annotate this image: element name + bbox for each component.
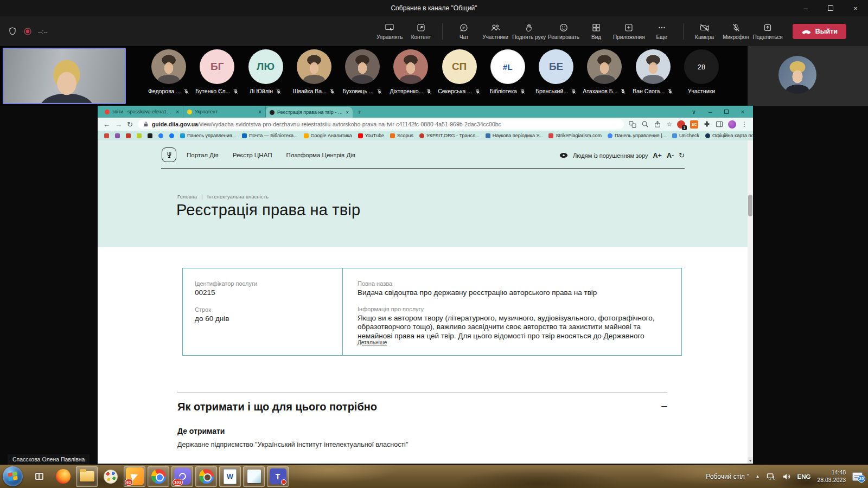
- bookmark-item[interactable]: YouTube: [358, 133, 384, 138]
- tab-close-icon[interactable]: ×: [176, 109, 179, 115]
- clock[interactable]: 14:48 28.03.2023: [817, 469, 846, 483]
- browser-profile-avatar[interactable]: [728, 120, 736, 129]
- bookmark-item[interactable]: Наукова періодика У...: [486, 133, 543, 138]
- nav-platforma-centriv[interactable]: Платформа Центрів Дія: [286, 152, 355, 158]
- bookmark-item[interactable]: УКРЛІТ.ORG - Трансл...: [419, 133, 480, 138]
- browser-tab-ukrpatent[interactable]: Укрпатент ×: [183, 106, 266, 118]
- tab-close-icon[interactable]: ×: [258, 109, 261, 115]
- view-button[interactable]: Вид: [582, 23, 611, 40]
- bookmark-item[interactable]: Панель управления...: [180, 133, 236, 138]
- participant-tile[interactable]: Швайка Ва...: [291, 49, 337, 106]
- viber-button[interactable]: 103: [171, 466, 193, 487]
- hidden-icons-arrow[interactable]: ▲: [756, 474, 760, 479]
- url-field[interactable]: guide.diia.gov.ua/view/vydacha-svidotstv…: [138, 119, 624, 129]
- chrome-profile1-button[interactable]: [148, 466, 169, 487]
- reload-button[interactable]: ↻: [127, 120, 133, 129]
- participant-tile[interactable]: Буховець ...: [339, 49, 386, 106]
- bookmark-item[interactable]: Unicheck: [672, 133, 699, 138]
- leave-button[interactable]: Выйти: [793, 24, 846, 39]
- maximize-button[interactable]: [818, 0, 843, 16]
- breadcrumb-section[interactable]: Інтелектуальна власність: [207, 194, 269, 200]
- tab-close-icon[interactable]: ×: [346, 110, 349, 115]
- collapse-section-button[interactable]: −: [661, 400, 668, 414]
- browser-tab-diia-active[interactable]: Реєстрація права на твір - Гід онл... ×: [266, 107, 353, 118]
- content-button[interactable]: Контент: [406, 23, 436, 40]
- participant-tile[interactable]: Федорова ...: [145, 49, 192, 106]
- chat-button[interactable]: Чат: [449, 23, 478, 40]
- firefox-button[interactable]: [52, 466, 74, 487]
- forward-button[interactable]: →: [115, 120, 122, 129]
- bookmark-item[interactable]: Почта — Бібліотека...: [242, 133, 297, 138]
- adblock-extension-icon[interactable]: 1: [677, 120, 685, 129]
- bookmark-item[interactable]: Scopus: [390, 133, 413, 138]
- presenter-avatar[interactable]: [778, 56, 816, 94]
- browser-menu-icon[interactable]: ⋮: [741, 120, 748, 128]
- mic-button[interactable]: Микрофон: [722, 23, 751, 40]
- overflow-count-tile[interactable]: 28 Участники: [678, 49, 725, 106]
- bookmark-favicon[interactable]: [115, 133, 120, 138]
- participant-tile[interactable]: БЕ Брянський...: [533, 49, 579, 106]
- participant-tile[interactable]: Атаханов Б...: [581, 49, 628, 106]
- participant-tile[interactable]: #L Бібліотека: [484, 49, 531, 106]
- telegram-button[interactable]: 61: [124, 466, 145, 487]
- close-button[interactable]: ×: [843, 0, 868, 16]
- desktop-expand-icon[interactable]: »: [746, 472, 749, 477]
- bookmark-item[interactable]: StrikePlagiarism.com: [548, 133, 602, 138]
- speaker-video[interactable]: [3, 48, 126, 104]
- extensions-puzzle-icon[interactable]: [703, 120, 711, 128]
- bookmark-item[interactable]: Панель управления |...: [608, 133, 666, 138]
- bookmark-favicon[interactable]: [137, 133, 142, 138]
- bookmark-favicon[interactable]: [158, 133, 163, 138]
- bookmark-item[interactable]: Google Аналитика: [304, 133, 352, 138]
- bookmark-favicon[interactable]: [126, 133, 131, 138]
- chrome-profile2-button[interactable]: [195, 466, 217, 487]
- nav-reestr-cnap[interactable]: Реєстр ЦНАП: [233, 152, 272, 158]
- word-button[interactable]: W: [219, 466, 241, 487]
- details-link[interactable]: Детальніше: [358, 339, 387, 345]
- notification-center-icon[interactable]: 20: [852, 472, 863, 481]
- scrollbar-thumb[interactable]: [748, 195, 752, 216]
- explorer-button[interactable]: [76, 466, 98, 487]
- browser-close-button[interactable]: ×: [735, 108, 751, 115]
- teams-button[interactable]: T: [267, 466, 289, 487]
- language-indicator[interactable]: ENG: [797, 473, 811, 480]
- browser-profile-caret[interactable]: ∨: [686, 108, 702, 115]
- scopus-extension-icon[interactable]: SC: [690, 120, 698, 129]
- bookmark-favicon[interactable]: [148, 133, 152, 138]
- camera-button[interactable]: Камера: [690, 23, 719, 40]
- page-scrollbar[interactable]: ▼: [748, 140, 753, 464]
- browser-tab-gmail[interactable]: звіти - spasskova.elena1990@gma... ×: [101, 106, 183, 118]
- zoom-icon[interactable]: [641, 120, 649, 128]
- minimize-button[interactable]: –: [793, 0, 818, 16]
- reset-icon[interactable]: ↻: [679, 151, 685, 159]
- raise-hand-button[interactable]: Поднять руку: [512, 23, 546, 40]
- translate-icon[interactable]: [629, 121, 636, 128]
- accessibility-link[interactable]: Людям із порушенням зору: [573, 152, 648, 159]
- back-button[interactable]: ←: [103, 120, 110, 129]
- apps-button[interactable]: Приложения: [613, 23, 645, 40]
- participants-button[interactable]: Участники: [481, 23, 510, 40]
- participant-tile[interactable]: БГ Бутенко Єл...: [194, 49, 240, 106]
- new-tab-button[interactable]: +: [353, 106, 366, 118]
- scroll-down-arrow[interactable]: ▼: [748, 457, 753, 464]
- notepad-button[interactable]: [243, 466, 265, 487]
- breadcrumb-home[interactable]: Головна: [177, 194, 197, 200]
- browser-maximize-button[interactable]: [724, 110, 729, 114]
- share-button[interactable]: Поделиться: [753, 23, 783, 40]
- bookmark-favicon[interactable]: [104, 133, 109, 138]
- bookmark-item[interactable]: Офіційна карта повіт...: [705, 133, 753, 138]
- more-button[interactable]: Еще: [647, 23, 676, 40]
- paint-button[interactable]: [100, 466, 122, 487]
- sidebar-icon[interactable]: [716, 121, 723, 127]
- react-button[interactable]: Реагировать: [548, 23, 579, 40]
- speaker-icon[interactable]: [782, 473, 791, 480]
- diia-logo[interactable]: [162, 147, 176, 162]
- task-view-button[interactable]: [28, 466, 50, 487]
- font-decrease-button[interactable]: A-: [667, 152, 674, 159]
- start-button[interactable]: [3, 466, 23, 486]
- share-page-icon[interactable]: [654, 120, 661, 128]
- participant-tile[interactable]: Діхтяренко...: [387, 49, 434, 106]
- participant-tile[interactable]: СП Секерська ...: [436, 49, 483, 106]
- bookmark-star-icon[interactable]: ☆: [666, 120, 672, 128]
- network-icon[interactable]: [767, 473, 776, 480]
